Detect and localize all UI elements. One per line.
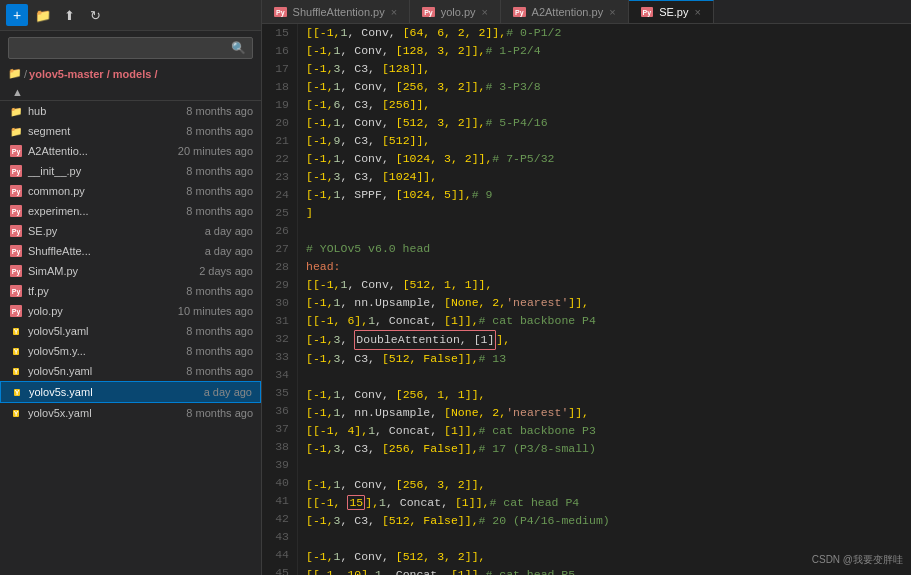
list-item[interactable]: Yyolov5l.yaml8 months ago — [0, 321, 261, 341]
list-item[interactable]: Yyolov5m.y...8 months ago — [0, 341, 261, 361]
code-line: [-1, 6, C3, [256]], — [306, 96, 911, 114]
file-modified: 2 days ago — [143, 265, 253, 277]
list-item[interactable]: Pytf.py8 months ago — [0, 281, 261, 301]
file-name: segment — [28, 125, 143, 137]
list-item[interactable]: 📁hub8 months ago — [0, 101, 261, 121]
editor-area: PyShuffleAttention.py×Pyyolo.py×PyA2Atte… — [262, 0, 911, 575]
file-modified: 8 months ago — [143, 365, 253, 377]
code-line — [306, 222, 911, 240]
line-number: 34 — [266, 366, 289, 384]
code-line: [-1, 1, Conv, [1024, 3, 2]], # 7-P5/32 — [306, 150, 911, 168]
code-line: [-1, 3, DoubleAttention, [1]], — [306, 330, 911, 350]
editor-tab[interactable]: Pyyolo.py× — [410, 0, 501, 23]
tab-close-button[interactable]: × — [482, 6, 488, 18]
line-number: 21 — [266, 132, 289, 150]
code-line: [-1, 3, C3, [512, False]], # 20 (P4/16-m… — [306, 512, 911, 530]
code-line: # YOLOv5 v6.0 head — [306, 240, 911, 258]
list-item[interactable]: Py__init__.py8 months ago — [0, 161, 261, 181]
line-number: 20 — [266, 114, 289, 132]
file-modified: a day ago — [143, 245, 253, 257]
tab-label: SE.py — [659, 6, 688, 18]
py-icon: Py — [8, 143, 24, 159]
py-icon: Py — [8, 303, 24, 319]
file-name: SE.py — [28, 225, 143, 237]
breadcrumb-path: yolov5-master / models / — [29, 68, 157, 80]
line-number: 40 — [266, 474, 289, 492]
file-modified: a day ago — [143, 225, 253, 237]
file-modified: 8 months ago — [143, 185, 253, 197]
line-number: 23 — [266, 168, 289, 186]
file-name: experimen... — [28, 205, 143, 217]
line-number: 29 — [266, 276, 289, 294]
yaml-icon: Y — [8, 405, 24, 421]
file-name: yolov5s.yaml — [29, 386, 142, 398]
file-modified: 10 minutes ago — [143, 305, 253, 317]
file-modified: 8 months ago — [143, 345, 253, 357]
code-line: [[-1, 10], 1, Concat, [1]], # cat head P… — [306, 566, 911, 575]
list-item[interactable]: Yyolov5x.yaml8 months ago — [0, 403, 261, 423]
list-item[interactable]: PySE.pya day ago — [0, 221, 261, 241]
file-modified: 8 months ago — [143, 407, 253, 419]
list-item[interactable]: Pyyolo.py10 minutes ago — [0, 301, 261, 321]
line-number: 28 — [266, 258, 289, 276]
code-line: [[-1, 1, Conv, [64, 6, 2, 2]], # 0-P1/2 — [306, 24, 911, 42]
line-number: 24 — [266, 186, 289, 204]
list-item[interactable]: Pycommon.py8 months ago — [0, 181, 261, 201]
search-icon: 🔍 — [231, 41, 246, 55]
sort-arrow: ▲ — [12, 86, 23, 98]
list-item[interactable]: Pyexperimen...8 months ago — [0, 201, 261, 221]
line-number: 39 — [266, 456, 289, 474]
yaml-icon: Y — [9, 384, 25, 400]
code-line: [-1, 1, Conv, [256, 1, 1]], — [306, 386, 911, 404]
yaml-icon: Y — [8, 363, 24, 379]
tab-label: yolo.py — [441, 6, 476, 18]
tab-py-icon: Py — [274, 7, 287, 17]
list-item[interactable]: PySimAM.py2 days ago — [0, 261, 261, 281]
breadcrumb-icon: 📁 — [8, 67, 22, 80]
folder-icon-btn[interactable]: 📁 — [32, 4, 54, 26]
code-line: [-1, 1, SPPF, [1024, 5]], # 9 — [306, 186, 911, 204]
list-item[interactable]: 📁segment8 months ago — [0, 121, 261, 141]
code-line: ] — [306, 204, 911, 222]
line-number: 36 — [266, 402, 289, 420]
code-line: [-1, 9, C3, [512]], — [306, 132, 911, 150]
file-modified: 8 months ago — [143, 325, 253, 337]
code-container: 1516171819202122232425262728293031323334… — [262, 24, 911, 575]
name-column-header[interactable]: ▲ — [8, 86, 143, 98]
file-name: yolo.py — [28, 305, 143, 317]
tab-close-button[interactable]: × — [609, 6, 615, 18]
editor-tab[interactable]: PySE.py× — [629, 0, 714, 23]
code-line: [[-1, 4], 1, Concat, [1]], # cat backbon… — [306, 422, 911, 440]
editor-tab[interactable]: PyShuffleAttention.py× — [262, 0, 410, 23]
line-number: 42 — [266, 510, 289, 528]
code-line: [-1, 1, nn.Upsample, [None, 2, 'nearest'… — [306, 294, 911, 312]
list-item[interactable]: PyShuffleAtte...a day ago — [0, 241, 261, 261]
line-number: 26 — [266, 222, 289, 240]
list-item[interactable]: PyA2Attentio...20 minutes ago — [0, 141, 261, 161]
list-item[interactable]: Yyolov5n.yaml8 months ago — [0, 361, 261, 381]
line-number: 43 — [266, 528, 289, 546]
tab-close-button[interactable]: × — [695, 6, 701, 18]
modified-column-header — [143, 86, 253, 98]
refresh-button[interactable]: ↻ — [84, 4, 106, 26]
file-name: yolov5l.yaml — [28, 325, 143, 337]
line-number: 37 — [266, 420, 289, 438]
line-number: 16 — [266, 42, 289, 60]
line-number: 38 — [266, 438, 289, 456]
upload-button[interactable]: ⬆ — [58, 4, 80, 26]
tab-close-button[interactable]: × — [391, 6, 397, 18]
editor-tab[interactable]: PyA2Attention.py× — [501, 0, 629, 23]
tab-py-icon: Py — [422, 7, 435, 17]
new-file-button[interactable]: + — [6, 4, 28, 26]
line-number: 31 — [266, 312, 289, 330]
line-number: 25 — [266, 204, 289, 222]
search-input[interactable] — [15, 40, 231, 56]
list-item[interactable]: Yyolov5s.yamla day ago — [0, 381, 261, 403]
code-content[interactable]: [[-1, 1, Conv, [64, 6, 2, 2]], # 0-P1/2 … — [298, 24, 911, 575]
file-name: common.py — [28, 185, 143, 197]
code-line: [-1, 3, C3, [128]], — [306, 60, 911, 78]
tabs-bar: PyShuffleAttention.py×Pyyolo.py×PyA2Atte… — [262, 0, 911, 24]
tab-label: A2Attention.py — [532, 6, 604, 18]
yaml-icon: Y — [8, 323, 24, 339]
py-icon: Py — [8, 283, 24, 299]
